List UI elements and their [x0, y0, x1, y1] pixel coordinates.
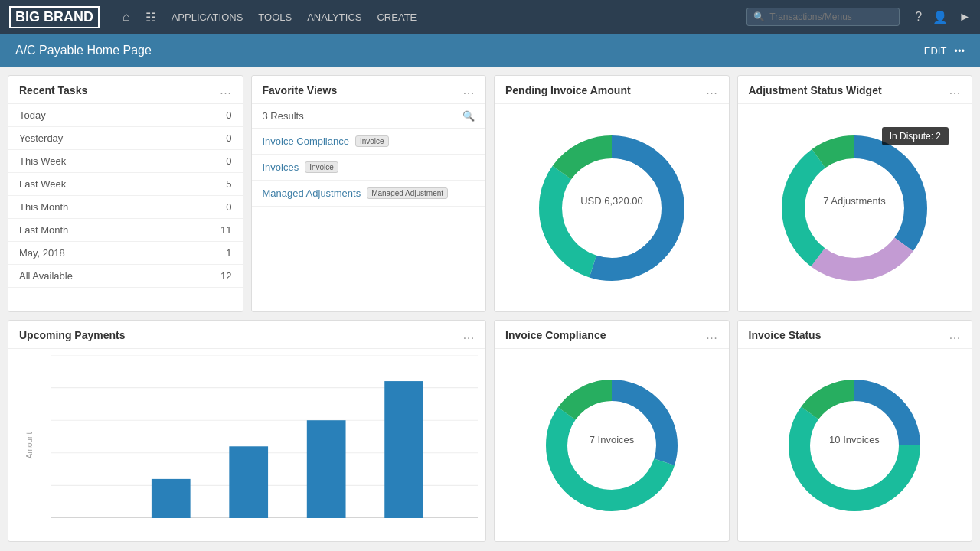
svg-text:USD 6,320.00: USD 6,320.00 — [580, 195, 643, 207]
fav-item-badge: Invoice — [355, 135, 389, 147]
favorite-views-title: Favorite Views — [263, 84, 338, 96]
fav-results-count: 3 Results — [263, 110, 304, 122]
upcoming-payments-menu[interactable]: … — [462, 328, 475, 342]
task-count: 0 — [226, 155, 231, 167]
task-row[interactable]: This Month0 — [8, 196, 243, 219]
adjustment-status-header: Adjustment Status Widget … — [738, 76, 972, 104]
task-count: 11 — [220, 224, 231, 236]
adjustment-status-menu[interactable]: … — [949, 83, 961, 97]
logo: BIG BRAND — [9, 6, 100, 28]
task-row[interactable]: Yesterday0 — [8, 127, 243, 150]
upcoming-payments-header: Upcoming Payments … — [8, 321, 485, 349]
nav-applications[interactable]: APPLICATIONS — [172, 11, 243, 23]
svg-text:10 Invoices: 10 Invoices — [829, 434, 880, 445]
invoice-compliance-body: 7 Invoices — [495, 349, 729, 541]
sub-header: A/C Payable Home Page EDIT ••• — [0, 34, 980, 67]
invoice-compliance-title: Invoice Compliance — [505, 329, 606, 341]
task-row[interactable]: This Week0 — [8, 150, 243, 173]
fav-item-label: Invoice Compliance — [263, 135, 349, 147]
more-options-icon[interactable]: ••• — [954, 45, 965, 57]
task-label: This Month — [19, 201, 68, 213]
page-title: A/C Payable Home Page — [15, 44, 152, 57]
invoice-compliance-menu[interactable]: … — [706, 328, 718, 342]
svg-rect-27 — [307, 420, 346, 518]
fav-item[interactable]: InvoicesInvoice — [252, 155, 486, 181]
pending-invoice-body: USD 6,320.00 — [495, 104, 729, 311]
favorite-views-card: Favorite Views … 3 Results 🔍 Invoice Com… — [251, 75, 487, 312]
fav-item-badge: Managed Adjustment — [367, 187, 448, 199]
task-label: All Available — [19, 270, 73, 282]
fav-search-icon[interactable]: 🔍 — [462, 110, 475, 122]
adjustment-status-card: Adjustment Status Widget … In Dispute: 2… — [737, 75, 973, 312]
favorite-views-header: Favorite Views … — [252, 76, 486, 104]
home-icon[interactable]: ⌂ — [122, 10, 130, 24]
invoice-status-header: Invoice Status … — [738, 321, 972, 349]
main-content: Recent Tasks … Today0Yesterday0This Week… — [0, 67, 980, 551]
recent-tasks-header: Recent Tasks … — [8, 76, 243, 104]
recent-tasks-card: Recent Tasks … Today0Yesterday0This Week… — [8, 75, 243, 312]
pending-invoice-title: Pending Invoice Amount — [505, 84, 631, 96]
adjustment-tooltip: In Dispute: 2 — [882, 127, 949, 145]
svg-text:7 Adjustments: 7 Adjustments — [823, 195, 886, 207]
adjustment-status-title: Adjustment Status Widget — [749, 84, 882, 96]
logout-icon[interactable]: ► — [959, 10, 971, 24]
bar-chart-svg: 5 000 4 000 3 000 2 000 1 000 0 — [51, 355, 478, 518]
invoice-compliance-chart: 7 Invoices — [535, 369, 688, 522]
user-icon[interactable]: 👤 — [933, 10, 948, 24]
task-label: Today — [19, 109, 46, 121]
invoice-status-menu[interactable]: … — [949, 328, 961, 342]
invoice-status-card: Invoice Status … 10 Invoices — [737, 320, 973, 542]
fav-item[interactable]: Invoice ComplianceInvoice — [252, 129, 486, 155]
nav-right-icons: ? 👤 ► — [915, 10, 971, 24]
nav-create[interactable]: CREATE — [377, 11, 416, 23]
recent-tasks-list: Today0Yesterday0This Week0Last Week5This… — [8, 104, 243, 288]
svg-rect-25 — [152, 479, 191, 518]
recent-tasks-body: Today0Yesterday0This Week0Last Week5This… — [8, 104, 243, 311]
task-count: 0 — [226, 201, 231, 213]
fav-item-label: Managed Adjustments — [263, 187, 361, 199]
task-label: May, 2018 — [19, 247, 65, 259]
pending-invoice-card: Pending Invoice Amount … USD 6,320.00 — [494, 75, 730, 312]
svg-rect-28 — [384, 381, 423, 518]
fav-item-label: Invoices — [263, 161, 299, 173]
fav-search-row: 3 Results 🔍 — [252, 104, 486, 129]
svg-rect-26 — [229, 446, 268, 518]
pending-invoice-header: Pending Invoice Amount … — [495, 76, 729, 104]
edit-button[interactable]: EDIT — [924, 45, 947, 57]
adjustment-status-chart: 7 Adjustments — [770, 124, 939, 292]
task-label: Last Month — [19, 224, 68, 236]
task-count: 12 — [220, 270, 231, 282]
favorite-views-body: 3 Results 🔍 Invoice ComplianceInvoiceInv… — [252, 104, 486, 311]
task-row[interactable]: All Available12 — [8, 265, 243, 288]
favorite-views-menu[interactable]: … — [462, 83, 475, 97]
task-row[interactable]: Last Week5 — [8, 173, 243, 196]
nav-analytics[interactable]: ANALYTICS — [307, 11, 361, 23]
task-count: 1 — [226, 247, 231, 259]
fav-item-badge: Invoice — [305, 161, 338, 173]
task-row[interactable]: Last Month11 — [8, 219, 243, 242]
help-icon[interactable]: ? — [915, 10, 922, 24]
recent-tasks-menu[interactable]: … — [220, 83, 232, 97]
invoice-compliance-card: Invoice Compliance … 7 Invoices — [494, 320, 730, 542]
svg-text:7 Invoices: 7 Invoices — [589, 434, 634, 445]
task-count: 0 — [226, 132, 231, 144]
task-row[interactable]: Today0 — [8, 104, 243, 127]
pending-invoice-chart: USD 6,320.00 — [528, 124, 696, 292]
fav-items-list: Invoice ComplianceInvoiceInvoicesInvoice… — [252, 129, 486, 207]
dashboard-icon[interactable]: ☷ — [145, 10, 156, 24]
recent-tasks-title: Recent Tasks — [19, 84, 87, 96]
search-box[interactable]: 🔍 — [746, 8, 900, 26]
task-count: 5 — [226, 178, 231, 190]
fav-item[interactable]: Managed AdjustmentsManaged Adjustment — [252, 181, 486, 207]
task-label: Last Week — [19, 178, 66, 190]
task-label: Yesterday — [19, 132, 63, 144]
task-count: 0 — [226, 109, 231, 121]
invoice-status-title: Invoice Status — [749, 329, 822, 341]
pending-invoice-menu[interactable]: … — [706, 83, 718, 97]
nav-tools[interactable]: TOOLS — [258, 11, 292, 23]
search-input[interactable] — [769, 11, 893, 22]
task-row[interactable]: May, 20181 — [8, 242, 243, 265]
invoice-compliance-header: Invoice Compliance … — [495, 321, 729, 349]
y-axis-label: Amount — [25, 432, 34, 458]
invoice-status-body: 10 Invoices — [738, 349, 972, 541]
